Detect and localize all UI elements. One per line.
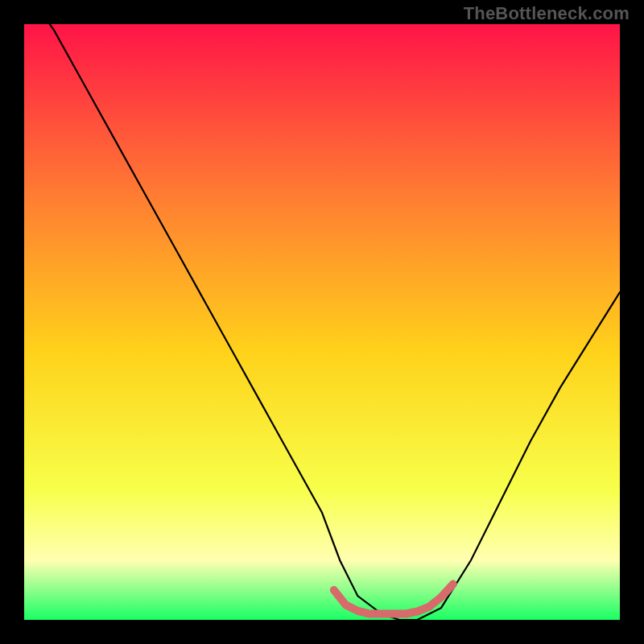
gradient-background — [24, 24, 620, 620]
plot-area — [24, 24, 620, 620]
chart-container: TheBottleneck.com — [0, 0, 644, 644]
chart-svg — [24, 24, 620, 620]
watermark-text: TheBottleneck.com — [464, 3, 630, 24]
